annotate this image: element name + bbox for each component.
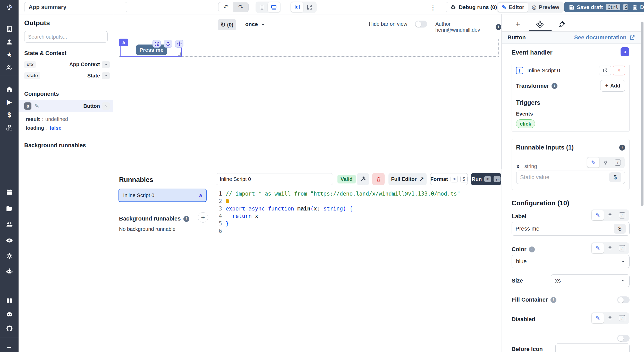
settings-gear-icon[interactable] (0, 251, 19, 261)
fullwidth-layout-button[interactable] (303, 2, 316, 12)
paintbrush-icon (558, 21, 566, 28)
static-mode-button[interactable]: ✎ (592, 243, 604, 253)
resize-handle[interactable] (178, 52, 181, 56)
press-me-button[interactable]: Press me (136, 45, 167, 55)
undo-button[interactable]: ↶ (218, 2, 233, 12)
app-canvas: ↻ (0) once Hide bar on view Author henri… (113, 14, 502, 169)
full-editor-button[interactable]: Full Editor ↗ (388, 173, 427, 185)
component-a-badge[interactable]: a (119, 39, 128, 46)
info-icon[interactable]: i (183, 216, 189, 222)
run-button[interactable]: Run ⌘ ↵ (471, 173, 501, 185)
ai-robot-icon[interactable] (0, 266, 19, 276)
remove-script-button[interactable]: × (613, 66, 625, 75)
tab-editor[interactable]: ✎ Editor (498, 2, 528, 12)
workspace-icon[interactable] (0, 24, 19, 34)
windmill-logo-icon[interactable] (0, 2, 19, 12)
center-layout-button[interactable] (291, 2, 303, 12)
tab-styling[interactable] (556, 19, 568, 30)
delete-script-button[interactable] (372, 173, 385, 185)
refresh-button[interactable]: ↻ (0) (218, 19, 236, 30)
static-mode-button[interactable]: ✎ (587, 157, 599, 168)
kebab-menu-button[interactable]: ⋮ (429, 3, 437, 12)
before-icon-select[interactable] (555, 343, 630, 352)
collapse-arrow-icon[interactable]: → (0, 341, 19, 351)
expand-component-button[interactable] (152, 40, 161, 48)
add-transformer-button[interactable]: +Add (600, 80, 625, 92)
search-outputs-input[interactable] (24, 31, 108, 43)
desktop-view-button[interactable] (268, 2, 280, 12)
connect-mode-button[interactable] (604, 313, 616, 323)
info-icon[interactable]: i (496, 24, 501, 30)
deploy-button[interactable]: Deploy (628, 2, 644, 12)
component-row-a[interactable]: a ✎ Button (19, 100, 113, 112)
discord-icon[interactable] (0, 309, 19, 320)
info-icon[interactable]: i (529, 247, 535, 252)
size-select[interactable]: xs (551, 274, 630, 287)
audit-eye-icon[interactable] (0, 235, 19, 245)
variables-dollar-icon[interactable]: $ (0, 110, 19, 120)
static-mode-button[interactable]: ✎ (592, 313, 604, 323)
mobile-view-button[interactable] (256, 2, 268, 12)
app-summary-input[interactable] (24, 2, 127, 12)
add-background-runnable-button[interactable]: + (198, 212, 208, 223)
connect-mode-button[interactable] (604, 243, 616, 253)
runs-play-icon[interactable]: ▶ (0, 97, 19, 107)
debug-runs-button[interactable]: Debug runs (0) (446, 2, 501, 12)
schedules-calendar-icon[interactable] (0, 187, 19, 197)
user-icon[interactable] (0, 37, 19, 47)
github-icon[interactable] (0, 323, 19, 333)
eval-mode-button[interactable]: ƒ (616, 243, 628, 253)
color-select[interactable]: blue (512, 255, 630, 268)
tab-preview[interactable]: ◎ Preview (528, 2, 563, 12)
chevron-down-icon[interactable] (102, 61, 110, 68)
open-script-button[interactable] (599, 66, 611, 75)
disabled-toggle[interactable] (617, 335, 630, 342)
favorites-star-icon[interactable]: ★ (0, 49, 19, 60)
static-value-input[interactable]: Static value $ (516, 171, 625, 184)
runnable-item-inline-script-0[interactable]: Inline Script 0 a (118, 189, 207, 202)
save-draft-button[interactable]: Save draft Ctrl S (564, 2, 634, 12)
ai-wand-button[interactable] (357, 173, 369, 185)
script-name-input[interactable] (216, 173, 333, 185)
output-row-state[interactable]: state State (19, 70, 113, 81)
info-icon[interactable]: i (552, 83, 557, 89)
refresh-policy-select[interactable]: once (245, 21, 266, 27)
move-component-button[interactable] (175, 40, 183, 48)
eval-mode-button[interactable]: ƒ (616, 313, 628, 323)
label-input[interactable]: Press me $ (512, 222, 630, 236)
tab-insert-component[interactable]: + (512, 19, 523, 30)
chevron-up-icon[interactable] (102, 102, 110, 110)
output-row-ctx[interactable]: ctx App Context (19, 59, 113, 70)
workers-users-gear-icon[interactable] (0, 219, 19, 230)
home-icon[interactable] (0, 84, 19, 94)
info-icon[interactable]: i (550, 297, 556, 303)
connect-mode-button[interactable] (604, 210, 616, 220)
eval-mode-button[interactable]: ƒ (612, 157, 624, 168)
save-icon (569, 4, 574, 10)
see-documentation-link[interactable]: See documentation (574, 34, 635, 41)
redo-button[interactable]: ↷ (233, 2, 248, 12)
fill-container-toggle[interactable] (617, 296, 630, 303)
label-mode-group: ✎ ƒ (591, 209, 629, 221)
code-lines[interactable]: // import * as wmill from "https://deno.… (226, 190, 499, 235)
panel-scrollbar-thumb[interactable] (641, 22, 643, 206)
component-diamonds-icon (536, 21, 544, 28)
docs-book-icon[interactable] (0, 295, 19, 306)
anchor-component-button[interactable] (164, 40, 172, 48)
dollar-template-button[interactable]: $ (609, 172, 621, 182)
tab-component-settings[interactable] (534, 19, 546, 30)
static-mode-button[interactable]: ✎ (592, 210, 604, 220)
groups-icon[interactable] (0, 62, 19, 73)
format-button[interactable]: Format ⌘ S (430, 173, 468, 185)
eval-mode-button[interactable]: ƒ (616, 210, 628, 220)
chevron-down-icon[interactable] (102, 72, 110, 79)
dollar-template-button[interactable]: $ (614, 224, 626, 234)
preview-icon: ◎ (532, 4, 536, 10)
folders-icon[interactable] (0, 203, 19, 214)
code-editor[interactable]: 123456 // import * as wmill from "https:… (211, 188, 502, 352)
hide-bar-toggle[interactable] (415, 21, 427, 28)
rename-pencil-icon[interactable]: ✎ (35, 103, 39, 109)
connect-mode-button[interactable] (599, 157, 612, 168)
info-icon[interactable]: i (619, 145, 625, 151)
resources-cubes-icon[interactable] (0, 122, 19, 133)
